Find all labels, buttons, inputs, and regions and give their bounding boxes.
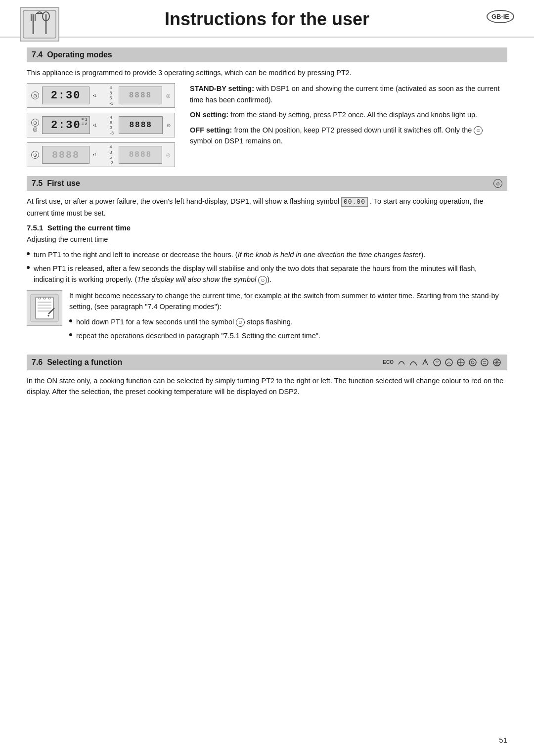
eco-arc-icon	[397, 357, 406, 367]
smiley-icon-inline: ☺	[258, 276, 267, 285]
logo-icon	[20, 7, 59, 42]
bullet-1-text: turn PT1 to the right and left to increa…	[34, 249, 425, 260]
subsection-751-title: 7.5.1 Setting the current time	[27, 223, 507, 232]
standby-desc: STAND-BY setting: with DSP1 on and showi…	[190, 83, 507, 105]
section-76-intro: In the ON state only, a cooking function…	[27, 375, 507, 398]
off-label: OFF setting:	[190, 126, 232, 134]
content-area: 7.4 Operating modes This appliance is pr…	[0, 38, 534, 426]
section-76-content: In the ON state only, a cooking function…	[27, 375, 507, 398]
page-container: Instructions for the user GB-IE 7.4 Oper…	[0, 0, 534, 756]
section-75-header: 7.5 First use ☺	[27, 176, 507, 191]
svg-point-25	[471, 361, 474, 364]
dsp2-on: 8888	[119, 116, 163, 134]
note-row: It might become necessary to change the …	[27, 290, 507, 346]
power-indicator-3: ⊙	[31, 151, 39, 159]
note-icon	[27, 290, 62, 326]
svg-point-26	[481, 359, 488, 366]
section-75-intro: At first use, or after a power failure, …	[27, 196, 507, 219]
svg-point-24	[469, 359, 476, 366]
right-indicators-label-3: 4 8 5 -3	[109, 144, 115, 166]
page-title: Instructions for the user	[165, 9, 369, 30]
func-icon-4	[444, 357, 454, 367]
section-74-content: This appliance is programmed to provide …	[27, 67, 507, 167]
func-icon-snowflake	[491, 357, 502, 367]
region-badge: GB-IE	[487, 10, 514, 23]
smiley-icon-1: ☺	[474, 126, 483, 135]
left-indicators-2: ▪1	[93, 123, 102, 128]
section-74-header: 7.4 Operating modes	[27, 47, 507, 62]
func-icon-1	[408, 357, 418, 367]
bullet-dot-2	[27, 266, 30, 269]
displays-descriptions-row: ⊙ 2:30 ▪1 4 8 5 -3 8888	[27, 83, 507, 167]
smiley-note-1: ☺	[236, 318, 245, 327]
eco-label: ECO	[383, 359, 394, 365]
display-panels-col: ⊙ 2:30 ▪1 4 8 5 -3 8888	[27, 83, 180, 167]
note-bullet-2-text: repeat the operations described in parag…	[76, 330, 320, 341]
function-icons-row: ECO	[383, 357, 502, 367]
page-header: Instructions for the user GB-IE	[0, 0, 534, 38]
section-74-intro: This appliance is programmed to provide …	[27, 67, 507, 78]
standby-label: STAND-BY setting:	[190, 85, 254, 92]
dsp1-on: 2:30 ≡1 ≡2	[42, 116, 90, 134]
section-75-content: At first use, or after a power failure, …	[27, 196, 507, 345]
dsp1-off: 8888	[42, 146, 89, 164]
bullet-1-italic: If the knob is held in one direction the…	[238, 251, 421, 259]
note-bullet-dot-2	[69, 333, 72, 336]
func-icon-2	[420, 357, 430, 367]
func-icon-3	[432, 357, 442, 367]
off-text: from the ON position, keep PT2 pressed d…	[234, 126, 472, 134]
note-bullet-dot-1	[69, 319, 72, 322]
display-row-standby: ⊙ 2:30 ▪1 4 8 5 -3 8888	[27, 83, 175, 108]
adjust-label: Adjusting the current time	[27, 234, 507, 245]
note-bullet-2: repeat the operations described in parag…	[69, 330, 507, 341]
svg-rect-0	[23, 10, 56, 38]
dsp2-standby: 8888	[119, 87, 162, 104]
note-bullets: hold down PT1 for a few seconds until th…	[69, 316, 507, 342]
bullet-2-text: when PT1 is released, after a few second…	[34, 263, 507, 285]
func-icon-6	[468, 357, 478, 367]
section-76-header: 7.6 Selecting a function ECO	[27, 355, 507, 370]
power-indicator-1: ⊙	[31, 91, 39, 99]
func-icon-7	[480, 357, 490, 367]
dsp2-off: 8888	[119, 146, 162, 164]
note-content: It might become necessary to change the …	[69, 290, 507, 346]
dsp1-standby: 2:30	[42, 87, 89, 104]
bullet-dot-1	[27, 252, 30, 255]
off-text2: symbol on DSP1 remains on.	[190, 137, 283, 145]
power-indicator-2: ⊙	[31, 119, 39, 127]
on-desc: ON setting: from the stand-by setting, p…	[190, 109, 507, 120]
bullet-item-2: when PT1 is released, after a few second…	[27, 263, 507, 285]
bullet-2-italic: The display will also show the symbol	[137, 275, 256, 283]
display-descriptions: STAND-BY setting: with DSP1 on and showi…	[180, 83, 507, 150]
func-icon-5	[456, 357, 466, 367]
note-bullet-1-text: hold down PT1 for a few seconds until th…	[76, 316, 293, 327]
section-74-title: 7.4 Operating modes	[32, 50, 112, 59]
page-number: 51	[499, 736, 507, 744]
right-indicators-label-2: 4 8 3 -3	[110, 115, 116, 136]
left-indicators-1: ▪1	[92, 93, 101, 98]
left-indicators-3: ▪1	[92, 152, 101, 158]
note-text: It might become necessary to change the …	[69, 290, 507, 312]
off-desc: OFF setting: from the ON position, keep …	[190, 125, 507, 147]
display-row-off: ⊙ 8888 ▪1 4 8 5 -3 8888	[27, 142, 175, 167]
bullet-item-1: turn PT1 to the right and left to increa…	[27, 249, 507, 260]
smiley-icon-75: ☺	[493, 179, 502, 188]
on-label: ON setting:	[190, 111, 228, 119]
display-row-on: ⊙ △ 2:30 ≡1 ≡2 ▪1	[27, 113, 175, 137]
bullet-list-751: turn PT1 to the right and left to increa…	[27, 249, 507, 285]
note-bullet-1: hold down PT1 for a few seconds until th…	[69, 316, 507, 327]
section-75-title: 7.5 First use	[32, 179, 80, 188]
section-76-title: 7.6 Selecting a function	[32, 358, 122, 367]
right-indicators-label-1: 4 8 5 -3	[109, 85, 115, 106]
on-text: from the stand-by setting, press PT2 onc…	[230, 111, 477, 119]
flash-time-symbol: 00.00	[341, 197, 368, 207]
